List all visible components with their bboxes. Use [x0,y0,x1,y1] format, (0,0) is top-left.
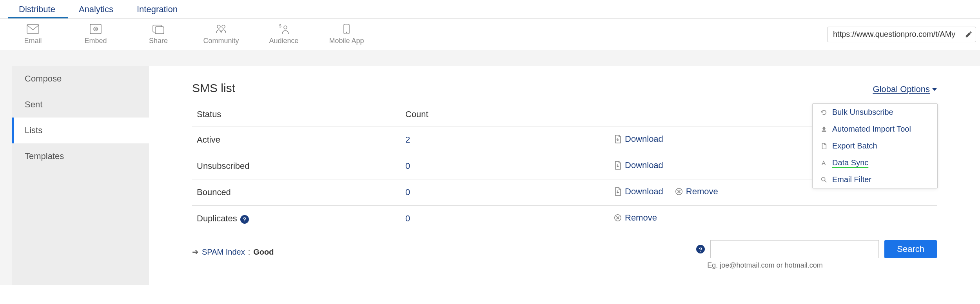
dropdown-label: Export Batch [832,141,877,150]
embed-icon [89,24,102,34]
audience-icon: $ [278,24,290,34]
col-count: Count [401,102,609,127]
content-head: SMS list Global Options [192,81,937,95]
table-row: Duplicates?0Remove [192,206,937,232]
col-status: Status [192,102,401,127]
download-file-icon [614,187,622,196]
count-link[interactable]: 0 [405,214,410,223]
dropdown-label: Automated Import Tool [832,125,911,134]
download-link[interactable]: Download [614,186,663,197]
svg-rect-0 [27,25,39,33]
action-label: Download [625,186,663,197]
actions-cell: Remove [609,206,937,232]
sidebar: Compose Sent Lists Templates [12,66,149,285]
dropdown-label: Bulk Unsubscribe [832,108,893,117]
spam-sep: : [248,248,250,257]
dropdown-data-sync[interactable]: Data Sync [813,154,937,171]
sidebar-item-compose[interactable]: Compose [12,66,149,92]
download-file-icon [614,161,622,170]
search-area: ? Search Eg. joe@hotmail.com or hotmail.… [693,240,937,270]
dropdown-export-batch[interactable]: Export Batch [813,138,937,154]
url-box-wrap [827,27,976,42]
dropdown-email-filter[interactable]: Email Filter [813,171,937,188]
tool-label: Email [24,37,42,45]
mobile-icon [340,24,353,34]
caret-down-icon [932,88,937,91]
dropdown-label: Data Sync [832,158,868,167]
upload-icon [820,126,828,133]
tool-mobile-app[interactable]: Mobile App [315,24,378,45]
count-link[interactable]: 2 [405,135,410,145]
spam-index-link[interactable]: SPAM Index [202,248,245,257]
action-label: Remove [686,186,718,197]
action-label: Remove [625,213,657,223]
status-cell: Bounced [192,179,401,206]
spam-value: Good [253,248,274,257]
dropdown-automated-import[interactable]: Automated Import Tool [813,121,937,138]
tool-share[interactable]: Share [127,24,190,45]
tool-label: Share [149,37,168,45]
download-link[interactable]: Download [614,160,663,170]
count-link[interactable]: 0 [405,187,410,197]
tool-community[interactable]: Community [190,24,252,45]
search-hint: Eg. joe@hotmail.com or hotmail.com [707,261,822,270]
sidebar-item-lists[interactable]: Lists [12,118,149,143]
action-label: Download [625,134,663,144]
tab-analytics[interactable]: Analytics [68,0,126,18]
page-title: SMS list [192,81,235,95]
pencil-icon[interactable] [965,31,972,38]
global-options-label: Global Options [873,84,930,94]
global-options-dropdown: Bulk Unsubscribe Automated Import Tool E… [812,103,938,188]
sidebar-item-templates[interactable]: Templates [12,143,149,169]
count-cell: 0 [401,153,609,179]
undo-icon [820,109,828,116]
remove-circle-icon [614,214,622,222]
share-icon [152,24,165,34]
file-icon [820,143,828,150]
envelope-icon [27,24,39,34]
community-icon [215,24,227,34]
count-cell: 2 [401,127,609,153]
status-cell: Duplicates? [192,206,401,232]
tab-distribute[interactable]: Distribute [8,0,68,18]
svg-rect-4 [155,27,164,34]
status-cell: Unsubscribed [192,153,401,179]
survey-url-input[interactable] [827,27,976,42]
toolbar: Email Embed Share Community $ Audience M… [0,19,980,50]
tab-integration[interactable]: Integration [126,0,190,18]
download-file-icon [614,135,622,143]
svg-point-10 [346,32,347,33]
help-icon[interactable]: ? [696,245,705,253]
svg-point-11 [822,177,825,181]
svg-text:$: $ [279,24,281,28]
svg-point-6 [222,25,225,28]
count-link[interactable]: 0 [405,161,410,171]
dropdown-label: Email Filter [832,175,871,184]
status-cell: Active [192,127,401,153]
tool-label: Community [203,37,239,45]
count-cell: 0 [401,206,609,232]
action-label: Download [625,160,663,170]
tool-label: Embed [84,37,107,45]
main-wrap: Compose Sent Lists Templates SMS list Gl… [0,50,980,285]
font-icon [820,159,828,166]
tool-label: Audience [269,37,298,45]
dropdown-bulk-unsubscribe[interactable]: Bulk Unsubscribe [813,104,937,121]
search-button[interactable]: Search [884,240,937,258]
help-icon[interactable]: ? [240,215,249,224]
download-link[interactable]: Download [614,134,663,144]
arrow-right-icon: ➔ [192,247,199,257]
top-nav: Distribute Analytics Integration [0,0,980,19]
sidebar-item-sent[interactable]: Sent [12,92,149,118]
count-cell: 0 [401,179,609,206]
tool-embed[interactable]: Embed [64,24,127,45]
tool-email[interactable]: Email [2,24,64,45]
tool-audience[interactable]: $ Audience [252,24,315,45]
remove-link[interactable]: Remove [614,213,657,223]
svg-point-5 [217,25,220,28]
search-input[interactable] [710,240,879,258]
global-options-toggle[interactable]: Global Options [873,84,937,94]
remove-circle-icon [675,187,683,196]
remove-link[interactable]: Remove [675,186,718,197]
svg-point-8 [284,26,287,29]
